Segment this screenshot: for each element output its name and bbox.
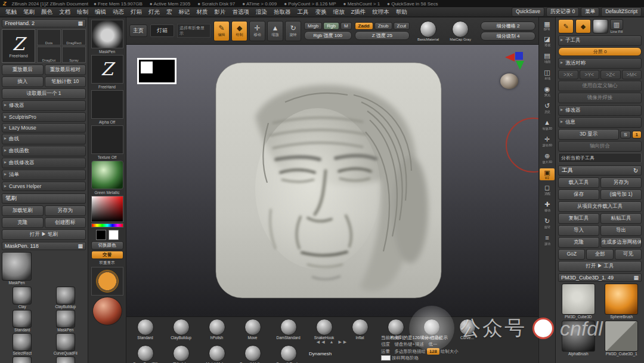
analyze-subtool-field[interactable]: 分析当前子工具 [558, 153, 642, 163]
stroke-palette-button[interactable]: 曲线函数 [2, 146, 86, 156]
lightbox-button[interactable]: 灯箱 [150, 24, 174, 37]
shelf-slider[interactable]: 细分栅格 2 [481, 21, 535, 30]
material-quick-icon[interactable] [593, 19, 608, 33]
tool-thumb[interactable]: PM3D_Cube3D [558, 284, 599, 319]
right-shelf-button[interactable]: ◪ 透视 [540, 35, 555, 48]
tray-brush[interactable]: DamStandard [273, 319, 304, 340]
menubar-right-button[interactable]: 历史记录 0 [546, 7, 579, 17]
tool-button[interactable]: 粘贴工具 [600, 213, 642, 224]
menu-item[interactable]: 编辑 [92, 8, 109, 17]
menu-item[interactable]: 变换 [312, 8, 330, 17]
brush-thumb[interactable]: MaskPen [45, 310, 86, 332]
m-button[interactable]: M [340, 22, 352, 30]
menu-item[interactable]: 颜色 [38, 8, 55, 17]
subtool-section[interactable]: 子工具 [558, 35, 642, 46]
refresh-icon[interactable]: ↻ [633, 167, 638, 174]
menu-item[interactable]: 首选项 [230, 8, 253, 17]
stroke-palette-button[interactable]: Lazy Mouse [2, 123, 86, 133]
zadd-button[interactable]: Zadd [355, 22, 373, 30]
right-shelf-button[interactable]: ✚ 移动 [540, 200, 555, 214]
switch-color-button[interactable]: 切换颜色 [91, 241, 123, 250]
menu-item[interactable]: 动态 [110, 8, 127, 17]
shelf-slider[interactable]: 细分级别 4 [481, 32, 535, 41]
menubar-right-button[interactable]: QuickSave [512, 7, 544, 17]
stroke-palette-button[interactable]: Curves Helper [2, 182, 86, 191]
stroke-palette-button[interactable]: 笔触计数 10 [45, 76, 86, 87]
tool-button[interactable]: 载入工具 [558, 177, 599, 188]
axis-toggle[interactable]: >Z< [600, 70, 621, 79]
stroke-type-thumb[interactable]: Spray [62, 47, 86, 63]
brush-quick-icon[interactable]: ✎ [558, 19, 574, 33]
mirror-weld-button[interactable]: 镜像并焊接 [558, 93, 642, 103]
mode-button[interactable]: ◆ 绘制 [231, 21, 247, 41]
home-tab[interactable]: 主页 [129, 24, 147, 37]
mode-button[interactable]: ↻ 旋转 [285, 21, 301, 41]
brush-thumb[interactable]: CurveQuadFil [45, 333, 86, 355]
stroke-palette-button[interactable]: 插入 [2, 76, 44, 87]
stroke-palette-button[interactable]: SculptrisPro [2, 112, 86, 122]
tool-button[interactable]: GoZ [558, 249, 585, 260]
tool-thumb[interactable]: AlphaBrush [558, 321, 599, 356]
tray-brush[interactable]: Move [237, 319, 268, 340]
menu-item[interactable]: 灯光 [145, 8, 163, 17]
stroke-palette-button[interactable]: 清单 [2, 170, 86, 180]
brush-palette-title[interactable]: 笔刷 [2, 193, 86, 204]
material-slot[interactable]: MatCap Gray [445, 21, 476, 41]
right-shelf-button[interactable]: ▤ 地面 [540, 51, 555, 65]
menu-item[interactable]: 绘制 [74, 8, 91, 17]
menu-item[interactable]: 影片 [212, 8, 229, 17]
tool-thumb[interactable]: PM3D_Cube3D_1 [602, 321, 642, 356]
z-intensity-slider[interactable]: Z 强度 25 [355, 31, 410, 40]
render-preview-sphere[interactable] [92, 297, 122, 325]
current-brush-thumb[interactable] [91, 20, 123, 48]
stroke-quick-icon[interactable]: ◆ [575, 19, 591, 33]
texture-slot[interactable] [91, 125, 123, 154]
tray-brush[interactable]: Standard [130, 319, 160, 340]
draw-size-value[interactable]: 128 [427, 348, 439, 355]
tray-brush[interactable]: hPolish [202, 319, 232, 340]
menu-item[interactable]: 笔触 [2, 8, 20, 17]
tray-brush[interactable]: CurveQuadFill [130, 345, 160, 363]
right-shelf-button[interactable]: ◉ 聚光 [540, 85, 555, 99]
stroke-palette-button[interactable]: 曲线 [2, 134, 86, 144]
axis-toggle[interactable]: >X< [558, 70, 578, 79]
current-brush[interactable]: MaskPen. 118▦ [2, 242, 86, 250]
dynamesh-label[interactable]: Dynamesh [309, 351, 332, 356]
secondary-color-swatch[interactable] [109, 230, 119, 240]
right-shelf-button[interactable]: ▦ BPR [540, 20, 555, 32]
mode-button[interactable]: ✎ 编辑 [213, 21, 230, 41]
color-picker[interactable] [91, 196, 123, 222]
right-shelf-button[interactable]: ◫ 本地 [540, 68, 555, 82]
mode-button[interactable]: ▲ 缩放 [267, 21, 283, 41]
right-shelf-button[interactable]: ▣ W2 [540, 168, 555, 180]
menubar-right-button[interactable]: 菜单 [581, 7, 599, 17]
brush-thumb[interactable]: ClayBuildup [45, 287, 86, 309]
draw-size-indicator[interactable] [91, 267, 123, 296]
right-shelf-button[interactable]: ↻ 旋转 [540, 217, 555, 230]
menu-item[interactable]: 拾取器 [271, 8, 294, 17]
tray-brush[interactable]: SnakeHook [309, 319, 339, 340]
tool-button[interactable]: 打开 ▶ 工具 [558, 261, 642, 272]
tool-button[interactable]: 导入 [558, 225, 599, 236]
stroke-type-thumb[interactable]: Dots [37, 29, 61, 45]
brush-palette-button[interactable]: 另存为 [45, 205, 86, 216]
brush-palette-button[interactable]: 克隆 [2, 217, 44, 228]
current-stroke[interactable]: FreeHand. 2▦ [2, 19, 86, 27]
menu-item[interactable]: 纹理本 [369, 8, 392, 17]
zsub-button[interactable]: Zsub [374, 22, 392, 30]
brush-palette-button[interactable]: 打开 ▶ 笔刷 [2, 229, 86, 240]
custom-pivot-button[interactable]: 使用自定义轴心 [558, 81, 642, 91]
tool-button[interactable]: 复制工具 [558, 213, 599, 224]
material-slot[interactable]: BasicMaterial [413, 21, 444, 41]
tool-button[interactable]: 生成多边形网格体 [600, 237, 642, 248]
right-shelf-button[interactable]: ↺ 历史 [540, 101, 555, 115]
tool-button[interactable]: 导出 [600, 225, 642, 236]
current-tool[interactable]: PM3D_Cube3D_1. 49▦ [558, 273, 642, 282]
tray-brush[interactable]: SmoothPeaks [273, 345, 304, 363]
menu-item[interactable]: Z插件 [348, 8, 369, 17]
hue-bar[interactable] [91, 223, 123, 227]
texture-preview[interactable] [137, 58, 177, 84]
right-shelf-button[interactable]: ◻ 适配 [540, 183, 555, 197]
alpha-slot[interactable] [91, 90, 123, 119]
zcut-button[interactable]: Zcut [394, 22, 410, 30]
